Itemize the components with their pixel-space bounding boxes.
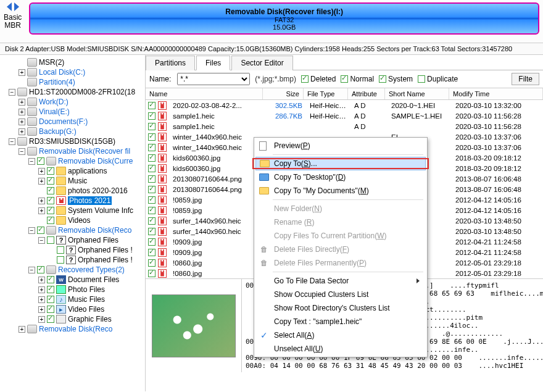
tree-photos2021[interactable]: Photos 2021 [68, 196, 112, 205]
tree-recoverfiles[interactable]: Removable Disk(Recover fil [39, 147, 130, 156]
tree-docfiles[interactable]: Document Files [68, 275, 119, 284]
system-checkbox[interactable]: System [379, 75, 413, 83]
checkbox-icon[interactable] [47, 296, 54, 303]
checkbox-icon[interactable] [37, 227, 44, 234]
tree-msr[interactable]: MSR(2) [39, 58, 64, 67]
expander-icon[interactable] [38, 277, 45, 283]
tree-orphaned1[interactable]: Orphaned Files ! [78, 246, 133, 254]
expander-icon[interactable] [38, 316, 45, 323]
expander-icon[interactable] [28, 267, 35, 273]
expander-icon[interactable] [38, 207, 45, 214]
tree-videos[interactable]: Videos [68, 216, 90, 225]
expander-icon[interactable] [19, 119, 25, 125]
row-checkbox[interactable] [148, 123, 155, 130]
expander-icon[interactable] [28, 158, 35, 165]
tree-sysvol[interactable]: System Volume Infc [68, 206, 133, 215]
col-mod[interactable]: Modify Time [449, 88, 543, 99]
row-checkbox[interactable] [148, 112, 155, 120]
expander-icon[interactable] [19, 128, 25, 135]
disk-banner[interactable]: Removable Disk(Recover files)(I:) FAT32 … [29, 2, 539, 35]
tab-files[interactable]: Files [196, 56, 230, 70]
row-checkbox[interactable] [148, 102, 155, 109]
normal-checkbox[interactable]: Normal [341, 75, 374, 83]
row-checkbox[interactable] [148, 270, 155, 277]
col-short[interactable]: Short Name [385, 88, 449, 99]
col-type[interactable]: File Type [304, 88, 348, 99]
checkbox-icon[interactable] [47, 306, 54, 313]
menu-show-root[interactable]: Show Root Directory's Clusters List [255, 301, 426, 315]
tab-sector-editor[interactable]: Sector Editor [231, 56, 292, 70]
expander-icon[interactable] [28, 227, 35, 234]
menu-show-clusters[interactable]: Show Occupied Clusters List [255, 288, 426, 301]
menu-goto-sector[interactable]: Go To File Data Sector [255, 274, 426, 288]
expander-icon[interactable] [38, 178, 45, 185]
row-checkbox[interactable] [148, 207, 155, 214]
expander-icon[interactable] [38, 168, 45, 175]
row-checkbox[interactable] [148, 154, 155, 162]
row-checkbox[interactable] [148, 196, 155, 204]
expander-icon[interactable] [9, 138, 15, 145]
preview-thumbnail[interactable] [152, 294, 236, 357]
expander-icon[interactable] [19, 69, 25, 76]
tree-viruale[interactable]: Virual(E:) [39, 107, 70, 116]
expander-icon[interactable] [19, 326, 25, 333]
tree-photofiles[interactable]: Photo Files [68, 285, 105, 294]
col-name[interactable]: Name [146, 88, 263, 99]
col-attr[interactable]: Attribute [348, 88, 385, 99]
expander-icon[interactable] [9, 89, 15, 96]
checkbox-icon[interactable] [47, 276, 54, 283]
checkbox-icon[interactable] [47, 167, 54, 175]
tree-rd3[interactable]: RD3:SMIUSBDISK(15GB) [29, 137, 115, 146]
checkbox-icon[interactable] [57, 246, 64, 254]
back-arrow-icon[interactable] [4, 2, 12, 11]
filter-button[interactable]: Filte [512, 73, 539, 85]
menu-copy-desktop[interactable]: Copy To "Desktop"(D) [255, 170, 426, 184]
tree-workd[interactable]: Work(D:) [39, 98, 68, 106]
tree-apps[interactable]: applications [68, 167, 107, 175]
col-size[interactable]: Size [263, 88, 304, 99]
tree-hd1[interactable]: HD1:ST2000DM008-2FR102(18 [29, 88, 135, 96]
row-checkbox[interactable] [148, 144, 155, 151]
checkbox-icon[interactable] [47, 177, 54, 185]
checkbox-icon[interactable] [47, 286, 54, 293]
name-select[interactable]: *.* [177, 73, 250, 85]
checkbox-icon[interactable] [47, 197, 54, 204]
tree-reco2[interactable]: Removable Disk(Reco [39, 325, 112, 333]
expander-icon[interactable] [38, 306, 45, 313]
tree-graphicfiles[interactable]: Graphic Files [68, 315, 112, 323]
expander-icon[interactable] [19, 148, 25, 155]
expander-icon[interactable] [19, 109, 25, 115]
tree-orphaned[interactable]: Orphaned Files [68, 236, 118, 244]
tree-curr[interactable]: Removable Disk(Curre [58, 157, 133, 165]
menu-preview[interactable]: Preview(P) [255, 139, 426, 152]
tree-musicfiles[interactable]: Music Files [68, 295, 105, 304]
menu-copy-text[interactable]: Copy Text : "sample1.heic" [255, 315, 426, 328]
tree-partition4[interactable]: Partition(4) [39, 78, 75, 86]
checkbox-icon[interactable] [47, 236, 54, 244]
file-row[interactable]: sample1.heic286.7KBHeif-Heic I...A DSAMP… [146, 111, 543, 121]
tree-pane[interactable]: MSR(2) Local Disk(C:) Partition(4) HD1:S… [0, 55, 146, 391]
row-checkbox[interactable] [148, 249, 155, 256]
expander-icon[interactable] [19, 99, 25, 106]
menu-copy-to[interactable]: Copy To(S)... [255, 157, 426, 170]
row-checkbox[interactable] [148, 133, 155, 141]
tree-photos2020[interactable]: photos 2020-2016 [68, 186, 128, 195]
tab-partitions[interactable]: Partitions [146, 56, 195, 70]
checkbox-icon[interactable] [47, 187, 54, 194]
tree-videofiles[interactable]: Video Files [68, 305, 104, 314]
tree-rectypes[interactable]: Recovered Types(2) [58, 265, 125, 274]
menu-select-all[interactable]: ✓Select All(A) [255, 328, 426, 342]
row-checkbox[interactable] [148, 217, 155, 225]
menu-unselect-all[interactable]: Unselect All(U) [255, 342, 426, 356]
expander-icon[interactable] [38, 296, 45, 303]
row-checkbox[interactable] [148, 186, 155, 193]
tree-documentsf[interactable]: Documents(F:) [39, 117, 88, 126]
tree-orphaned2[interactable]: Orphaned Files ! [78, 256, 133, 264]
row-checkbox[interactable] [148, 238, 155, 246]
tree-music[interactable]: Music [68, 177, 87, 185]
duplicate-checkbox[interactable]: Duplicate [418, 75, 458, 83]
row-checkbox[interactable] [148, 165, 155, 172]
menu-copy-documents[interactable]: Copy To "My Documents"(M) [255, 184, 426, 198]
tree-localc[interactable]: Local Disk(C:) [39, 68, 85, 77]
checkbox-icon[interactable] [47, 315, 54, 323]
